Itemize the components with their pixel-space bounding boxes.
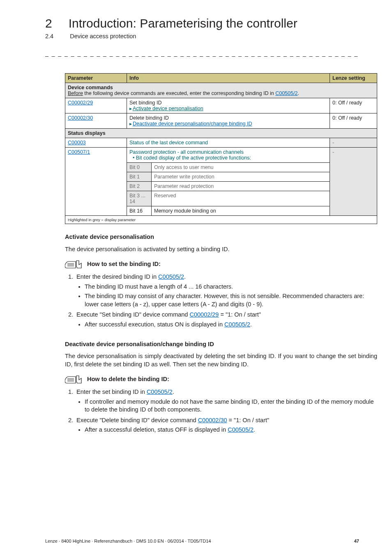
link-c00002-29[interactable]: C00002/29 xyxy=(189,311,219,318)
step1-post: . xyxy=(184,273,186,280)
step-1: Enter the desired binding ID in C00505/2… xyxy=(75,273,377,308)
link-c00003[interactable]: C00003 xyxy=(68,140,86,146)
bit16-value: Memory module binding on xyxy=(152,206,330,216)
link-c00505-2[interactable]: C00505/2 xyxy=(275,90,297,96)
bit1-label: Bit 1 xyxy=(127,172,152,182)
bit3-14-value: Reserved xyxy=(152,191,330,206)
link-c00505-2[interactable]: C00505/2 xyxy=(228,426,254,433)
b3-pre: After successful execution, status ON is… xyxy=(85,321,224,328)
step2-text: Execute "Set binding ID" device command xyxy=(76,311,189,318)
row3-setting: - xyxy=(330,138,377,148)
step1b-post: . xyxy=(173,388,174,395)
chapter-number: 2 xyxy=(45,16,52,30)
bit16-label: Bit 16 xyxy=(127,206,152,216)
hand-note-icon xyxy=(65,259,83,270)
row4-setting: - xyxy=(330,148,377,216)
row1-setting: 0: Off / ready xyxy=(330,98,377,113)
step2b-text: Execute "Delete binding ID" device comma… xyxy=(76,417,198,423)
col-setting: Lenze setting xyxy=(330,74,377,83)
link-c00002-29[interactable]: C00002/29 xyxy=(68,100,93,106)
note-text: the following device commands are execut… xyxy=(83,90,275,96)
col-parameter: Parameter xyxy=(65,74,127,83)
heading-activate: Activate device personalisation xyxy=(65,233,377,241)
bit1-value: Parameter write protection xyxy=(152,172,330,182)
bullet-after-delete: After a successful deletion, status OFF … xyxy=(85,426,377,434)
section-device-commands: Device commands Before the following dev… xyxy=(65,83,377,98)
row1-title: Set binding ID xyxy=(129,100,162,106)
step-2: Execute "Delete binding ID" device comma… xyxy=(75,416,377,434)
row2-title: Delete binding ID xyxy=(129,115,169,121)
link-c00505-2[interactable]: C00505/2 xyxy=(224,321,250,328)
row4-line1: Password protection - all communication … xyxy=(129,149,244,155)
arrow-icon: ▸ xyxy=(129,106,132,111)
bit0-value: Only access to user menu xyxy=(152,163,330,172)
table-footnote: Highlighted in grey = display parameter xyxy=(65,216,377,224)
parameter-table: Parameter Info Lenze setting Device comm… xyxy=(65,73,377,224)
bit2-value: Parameter read protection xyxy=(152,182,330,191)
link-c00507-1[interactable]: C00507/1 xyxy=(68,149,90,155)
b3-post: . xyxy=(250,321,252,328)
step2-post: = "1: On / start" xyxy=(219,311,261,318)
bullet-after-exec: After successful execution, status ON is… xyxy=(85,321,377,329)
b2b-post: . xyxy=(254,426,255,433)
row4-line2: • Bit coded display of the active protec… xyxy=(129,155,251,161)
bit2-label: Bit 2 xyxy=(127,182,152,191)
bullet-chars: The binding ID may consist of any charac… xyxy=(85,292,377,308)
bit0-label: Bit 0 xyxy=(127,163,152,172)
step-1: Enter the set binding ID in C00505/2. If… xyxy=(75,388,377,414)
section-title: Device access protection xyxy=(70,33,136,39)
section-number: 2.4 xyxy=(45,33,53,39)
bullet-length: The binding ID must have a length of 4 .… xyxy=(85,283,377,291)
hand-note-icon xyxy=(65,374,83,385)
step1b-text: Enter the set binding ID in xyxy=(76,388,147,395)
link-c00505-2[interactable]: C00505/2 xyxy=(147,388,173,395)
step1-text: Enter the desired binding ID in xyxy=(76,273,158,280)
step2b-post: = "1: On / start" xyxy=(227,417,270,423)
link-c00002-30[interactable]: C00002/30 xyxy=(198,417,227,423)
link-c00505-2[interactable]: C00505/2 xyxy=(158,273,184,280)
page-number: 47 xyxy=(354,539,359,543)
section-status-displays: Status displays xyxy=(65,129,377,138)
arrow-icon: ▸ xyxy=(129,121,132,127)
row2-setting: 0: Off / ready xyxy=(330,113,377,129)
intro-deactivate: The device personalisation is simply dea… xyxy=(65,352,377,368)
link-activate-personalisation[interactable]: Activate device personalisation xyxy=(133,106,203,111)
bit3-14-label: Bit 3 ... 14 xyxy=(127,191,152,206)
link-deactivate-personalisation[interactable]: Deactivate device personalisation/change… xyxy=(133,121,252,127)
chapter-title: Introduction: Parameterising the control… xyxy=(69,16,297,30)
row3-info: Status of the last device command xyxy=(127,138,330,148)
note-before: Before xyxy=(68,90,83,96)
b2b-pre: After a successful deletion, status OFF … xyxy=(85,426,228,433)
col-info: Info xyxy=(127,74,330,83)
bullet-same-binding: If controller and memory module do not h… xyxy=(85,398,377,414)
link-c00002-30[interactable]: C00002/30 xyxy=(68,115,93,121)
intro-activate: The device personalisation is activated … xyxy=(65,245,377,254)
footer-left: Lenze · 8400 HighLine · Referenzhandbuch… xyxy=(45,539,211,543)
separator-line: _ _ _ _ _ _ _ _ _ _ _ _ _ _ _ _ _ _ _ _ … xyxy=(45,50,359,57)
howto-delete-binding: How to delete the binding ID: xyxy=(87,375,169,384)
howto-set-binding: How to set the binding ID: xyxy=(87,260,161,268)
heading-deactivate: Deactivate device personalisation/change… xyxy=(65,340,377,349)
section-label: Device commands xyxy=(68,85,113,90)
step-2: Execute "Set binding ID" device command … xyxy=(75,311,377,328)
